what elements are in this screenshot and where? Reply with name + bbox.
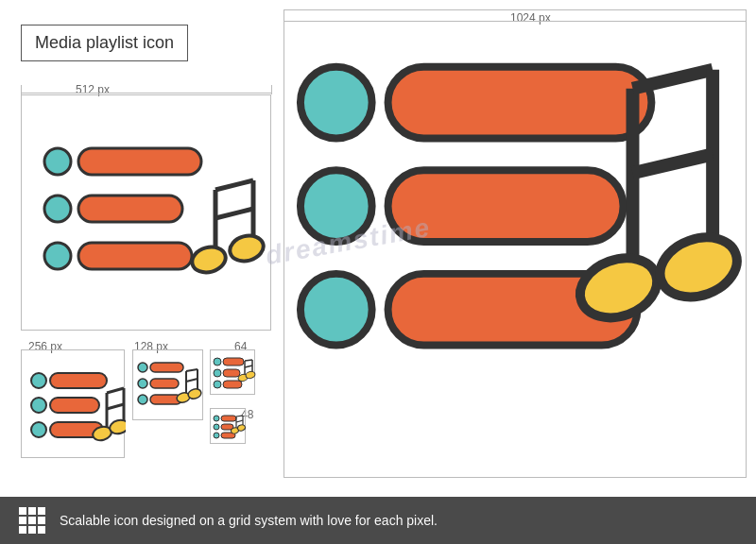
svg-rect-15 [50,398,99,413]
svg-line-11 [215,209,253,218]
svg-rect-61 [388,67,652,139]
bottom-bar-text: Scalable icon designed on a grid system … [60,513,438,528]
svg-rect-27 [150,379,179,388]
svg-point-12 [31,373,46,388]
svg-point-50 [214,424,219,430]
svg-line-31 [186,369,198,371]
svg-point-26 [138,379,147,388]
svg-point-10 [227,232,266,264]
svg-point-24 [138,363,147,372]
preview-512-box [21,94,271,331]
svg-point-71 [652,228,746,308]
svg-rect-37 [223,358,244,366]
svg-line-35 [186,379,198,382]
svg-line-67 [632,70,713,89]
grid-icon [19,507,45,534]
large-icon-area [284,9,747,478]
svg-line-47 [245,366,252,367]
svg-point-28 [138,395,147,404]
svg-point-0 [44,148,71,175]
svg-line-43 [245,360,252,361]
large-icon-svg [284,10,746,477]
preview-512-svg [22,95,272,332]
svg-line-69 [632,154,713,173]
svg-rect-1 [78,148,201,175]
preview-64-svg [211,350,256,396]
svg-point-60 [301,67,372,139]
preview-128-svg [133,350,204,421]
svg-rect-63 [388,170,624,242]
svg-point-38 [214,369,221,377]
preview-256-box [21,349,125,458]
icon-title: Media playlist icon [21,25,188,61]
svg-point-4 [44,243,71,269]
preview-48-box [210,408,246,444]
svg-rect-3 [78,196,182,222]
svg-point-62 [301,170,372,242]
svg-point-16 [31,422,46,437]
svg-rect-49 [221,416,236,421]
title-text: Media playlist icon [35,33,174,52]
svg-line-23 [107,404,124,409]
preview-64-box [210,349,255,395]
svg-line-7 [215,180,253,190]
preview-128-box [132,349,203,420]
svg-point-36 [214,358,221,366]
svg-point-14 [31,398,46,413]
svg-rect-41 [223,381,242,388]
svg-rect-5 [78,243,192,269]
svg-point-64 [301,274,372,346]
svg-point-58 [237,424,246,432]
bottom-bar: Scalable icon designed on a grid system … [0,497,756,544]
svg-rect-39 [223,369,240,377]
svg-line-55 [236,416,243,416]
svg-point-48 [214,416,219,421]
svg-line-19 [107,388,124,393]
svg-rect-13 [50,373,107,388]
svg-point-9 [189,244,229,276]
svg-line-59 [236,420,243,422]
svg-point-52 [214,433,219,438]
svg-point-2 [44,196,71,222]
preview-48-svg [211,409,247,445]
svg-rect-25 [150,363,183,372]
svg-point-40 [214,381,221,388]
preview-256-svg [22,350,126,459]
